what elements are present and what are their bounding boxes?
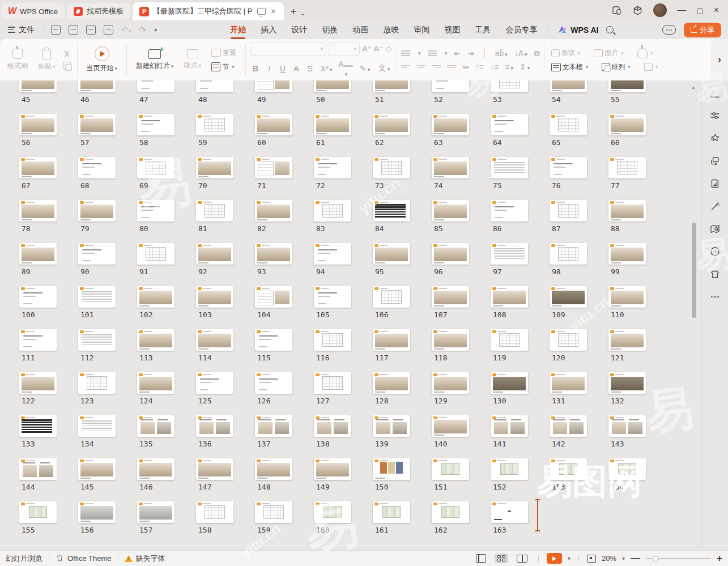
slide-thumbnail-162[interactable]	[432, 501, 469, 523]
find-layout-icon[interactable]	[709, 223, 721, 235]
slide-thumbnail-63[interactable]	[432, 114, 469, 135]
slide-thumbnail-123[interactable]	[78, 372, 116, 394]
slide-thumbnail-152[interactable]	[491, 458, 528, 480]
slide-thumbnail-110[interactable]	[608, 286, 646, 308]
slide-thumbnail-81[interactable]	[196, 200, 233, 222]
magic-wand-icon[interactable]	[709, 201, 721, 212]
slide-thumbnail-132[interactable]	[608, 372, 646, 394]
skin-theme-icon[interactable]	[709, 269, 721, 280]
arrange-button[interactable]: 排列▾	[599, 62, 633, 72]
slide-thumbnail-106[interactable]	[373, 286, 410, 308]
slide-thumbnail-130[interactable]	[491, 372, 528, 394]
slide-thumbnail-118[interactable]	[432, 329, 469, 351]
slide-thumbnail-119[interactable]	[491, 329, 528, 351]
slide-thumbnail-93[interactable]	[255, 243, 292, 265]
reset-button[interactable]: 重置	[208, 48, 239, 58]
help-icon[interactable]: ?	[709, 246, 721, 258]
slide-thumbnail-102[interactable]	[137, 286, 174, 308]
print-preview-icon[interactable]	[104, 25, 113, 35]
slide-thumbnail-134[interactable]	[78, 415, 116, 437]
align-center-icon[interactable]	[416, 65, 425, 69]
wps-ai-button[interactable]: WPS AI	[557, 25, 598, 35]
vertical-scrollbar[interactable]: ▲	[690, 80, 698, 551]
slide-thumbnail-139[interactable]	[373, 415, 410, 437]
shapes-button[interactable]: 形状▾	[548, 48, 584, 58]
slide-thumbnail-59[interactable]	[196, 114, 233, 135]
zoom-in-button[interactable]: +	[717, 553, 722, 564]
slide-sorter-area[interactable]: 4546474849505152535455565758596061626364…	[0, 80, 701, 551]
close-tab-icon[interactable]: ×	[270, 7, 276, 16]
tab-docer-templates[interactable]: 找稻壳模板	[67, 3, 130, 19]
bold-button[interactable]: B	[250, 64, 261, 73]
menu-tab-开始[interactable]: 开始	[223, 22, 253, 39]
slide-thumbnail-103[interactable]	[196, 286, 233, 308]
slide-thumbnail-85[interactable]	[432, 200, 469, 222]
slide-thumbnail-76[interactable]	[550, 157, 587, 178]
slide-thumbnail-68[interactable]	[78, 157, 116, 178]
collapse-panel-icon[interactable]	[710, 96, 720, 98]
slide-thumbnail-145[interactable]	[78, 458, 116, 480]
slide-thumbnail-116[interactable]	[314, 329, 351, 351]
user-avatar[interactable]	[653, 3, 667, 17]
search-icon[interactable]	[606, 26, 614, 33]
zoom-out-button[interactable]: —	[631, 553, 640, 564]
slide-thumbnail-149[interactable]	[314, 458, 351, 480]
slide-thumbnail-60[interactable]	[255, 114, 292, 135]
slide-thumbnail-126[interactable]	[255, 372, 292, 394]
cloud-more-icon[interactable]	[662, 25, 676, 35]
selection-pane-icon[interactable]: ⧉	[534, 49, 540, 58]
undo-icon[interactable]: ↶▾	[121, 25, 131, 35]
slide-thumbnail-49[interactable]	[255, 80, 292, 92]
tab-document[interactable]: P 【最新医院】三甲综合医院 | P ×	[133, 2, 283, 20]
slide-thumbnail-73[interactable]	[373, 157, 410, 178]
slide-thumbnail-109[interactable]	[550, 286, 587, 308]
properties-sliders-icon[interactable]	[709, 110, 721, 122]
zoom-level-value[interactable]: 20%	[602, 554, 616, 563]
bullet-list-icon[interactable]	[401, 50, 410, 56]
slide-thumbnail-57[interactable]	[78, 114, 116, 135]
slide-thumbnail-56[interactable]	[19, 114, 57, 135]
underline-button[interactable]: U	[277, 64, 288, 73]
slide-thumbnail-90[interactable]	[78, 243, 116, 265]
slide-thumbnail-143[interactable]	[608, 415, 646, 437]
scrollbar-thumb[interactable]	[692, 223, 696, 318]
align-left-icon[interactable]	[401, 65, 410, 69]
slide-thumbnail-87[interactable]	[550, 200, 587, 222]
slide-thumbnail-107[interactable]	[432, 286, 469, 308]
slide-thumbnail-77[interactable]	[608, 157, 646, 178]
char-spacing-button[interactable]: 文▾	[376, 63, 393, 74]
slide-thumbnail-141[interactable]	[491, 415, 528, 437]
menu-tab-审阅[interactable]: 审阅	[406, 22, 437, 39]
picture-button[interactable]: 图片▾	[591, 48, 627, 58]
format-painter-button[interactable]: 格式刷	[2, 49, 33, 71]
line-spacing-down-icon[interactable]: ↕≡	[490, 62, 499, 71]
slide-thumbnail-158[interactable]	[196, 501, 233, 523]
slide-thumbnail-147[interactable]	[196, 458, 233, 480]
menu-tab-放映[interactable]: 放映	[376, 22, 406, 39]
slide-thumbnail-69[interactable]	[137, 157, 174, 178]
close-window-button[interactable]: ×	[714, 5, 719, 15]
justify-icon[interactable]	[447, 65, 456, 69]
slide-thumbnail-163[interactable]	[491, 501, 528, 523]
slide-thumbnail-72[interactable]	[314, 157, 351, 178]
quick-access-chevron-icon[interactable]: ▾	[154, 27, 157, 33]
slide-thumbnail-120[interactable]	[550, 329, 587, 351]
slide-thumbnail-61[interactable]	[314, 114, 351, 135]
line-spacing-up-icon[interactable]: ↑≡	[475, 62, 484, 71]
missing-font-label[interactable]: 缺失字体	[136, 554, 165, 564]
slide-thumbnail-148[interactable]	[255, 458, 292, 480]
slide-thumbnail-88[interactable]	[608, 200, 646, 222]
slide-thumbnail-151[interactable]	[432, 458, 469, 480]
font-color-button[interactable]: A▾	[337, 59, 354, 78]
reading-view-button[interactable]	[514, 553, 530, 564]
new-tab-button[interactable]: +	[285, 6, 300, 20]
slide-thumbnail-83[interactable]	[314, 200, 351, 222]
menu-tab-插入[interactable]: 插入	[253, 22, 284, 39]
share-button[interactable]: 分享	[684, 23, 721, 37]
zoom-slider-knob[interactable]	[653, 556, 659, 562]
fill-color-button[interactable]: ▾	[635, 48, 656, 58]
slide-thumbnail-156[interactable]	[78, 501, 116, 523]
effects-star-icon[interactable]	[709, 133, 721, 144]
slide-thumbnail-122[interactable]	[19, 372, 57, 394]
slide-thumbnail-95[interactable]	[373, 243, 410, 265]
